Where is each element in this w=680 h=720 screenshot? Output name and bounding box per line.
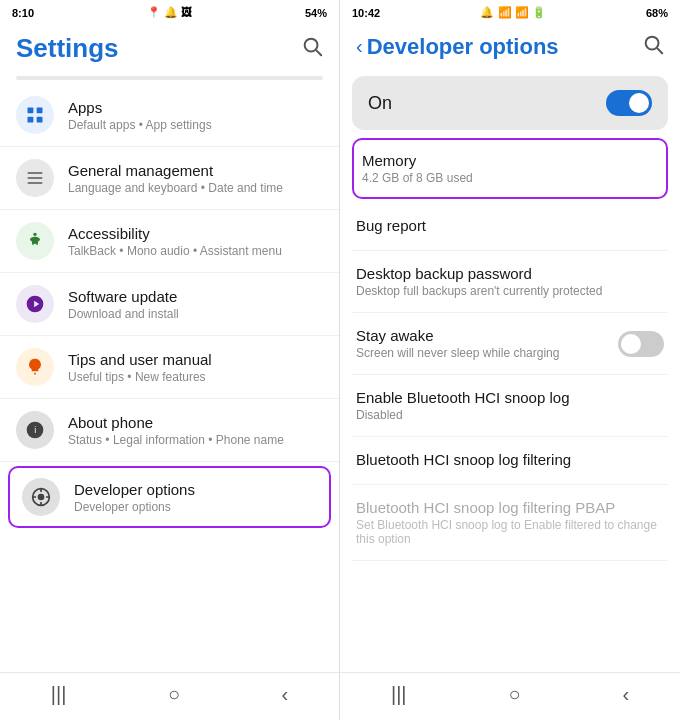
nav-recent-left[interactable]: ||| [51,683,67,706]
about-subtitle: Status • Legal information • Phone name [68,433,323,447]
dev-item-bt-hci-filtering[interactable]: Bluetooth HCI snoop log filtering [352,437,668,485]
search-icon-left[interactable] [301,35,323,62]
svg-line-1 [316,50,321,55]
backup-password-title: Desktop backup password [356,265,664,282]
status-icons-right: 🔔 📶 📶 🔋 [480,6,545,19]
nav-back-right[interactable]: ‹ [622,683,629,706]
nav-home-left[interactable]: ○ [168,683,180,706]
settings-title: Settings [16,33,119,64]
dev-item-stay-awake[interactable]: Stay awake Screen will never sleep while… [352,313,668,375]
svg-rect-8 [28,182,43,184]
stay-awake-title: Stay awake [356,327,559,344]
settings-item-tips[interactable]: Tips and user manual Useful tips • New f… [0,336,339,399]
svg-rect-5 [37,117,43,123]
settings-item-accessibility[interactable]: Accessibility TalkBack • Mono audio • As… [0,210,339,273]
nav-bar-right: ||| ○ ‹ [340,672,680,720]
stay-awake-subtitle: Screen will never sleep while charging [356,346,559,360]
dev-item-bt-hci[interactable]: Enable Bluetooth HCI snoop log Disabled [352,375,668,437]
dev-item-backup-password[interactable]: Desktop backup password Desktop full bac… [352,251,668,313]
bt-hci-filtering-title: Bluetooth HCI snoop log filtering [356,451,664,468]
bt-hci-title: Enable Bluetooth HCI snoop log [356,389,664,406]
svg-point-9 [33,233,36,236]
nav-recent-right[interactable]: ||| [391,683,407,706]
general-subtitle: Language and keyboard • Date and time [68,181,323,195]
developer-header-title: Developer options [367,34,642,60]
bt-hci-pbap-subtitle: Set Bluetooth HCI snoop log to Enable fi… [356,518,664,546]
nav-back-left[interactable]: ‹ [282,683,289,706]
on-toggle[interactable] [606,90,652,116]
software-title: Software update [68,288,323,305]
memory-subtitle: 4.2 GB of 8 GB used [362,171,658,185]
svg-text:i: i [34,425,36,435]
svg-line-15 [657,48,662,53]
accessibility-title: Accessibility [68,225,323,242]
nav-home-right[interactable]: ○ [508,683,520,706]
tips-title: Tips and user manual [68,351,323,368]
time-right: 10:42 [352,7,380,19]
svg-rect-4 [28,117,34,123]
software-subtitle: Download and install [68,307,323,321]
svg-point-13 [38,494,45,501]
dev-item-bt-hci-pbap: Bluetooth HCI snoop log filtering PBAP S… [352,485,668,561]
settings-item-developer[interactable]: Developer options Developer options [8,466,331,528]
about-icon: i [16,411,54,449]
accessibility-subtitle: TalkBack • Mono audio • Assistant menu [68,244,323,258]
bt-hci-subtitle: Disabled [356,408,664,422]
tips-icon [16,348,54,386]
memory-title: Memory [362,152,658,169]
dev-item-memory[interactable]: Memory 4.2 GB of 8 GB used [352,138,668,199]
svg-rect-6 [28,172,43,174]
backup-password-subtitle: Desktop full backups aren't currently pr… [356,284,664,298]
right-panel: 10:42 🔔 📶 📶 🔋 68% ‹ Developer options On… [340,0,680,720]
about-title: About phone [68,414,323,431]
search-icon-right[interactable] [642,33,664,60]
status-bar-left: 8:10 📍 🔔 🖼 54% [0,0,339,25]
settings-item-apps[interactable]: Apps Default apps • App settings [0,84,339,147]
settings-header: Settings [0,25,339,76]
developer-options-list: Memory 4.2 GB of 8 GB used Bug report De… [340,138,680,672]
general-title: General management [68,162,323,179]
settings-list: Apps Default apps • App settings General… [0,80,339,672]
settings-item-software[interactable]: Software update Download and install [0,273,339,336]
apps-title: Apps [68,99,323,116]
developer-icon [22,478,60,516]
developer-header: ‹ Developer options [340,25,680,72]
software-icon [16,285,54,323]
general-icon [16,159,54,197]
developer-subtitle: Developer options [74,500,317,514]
settings-item-general[interactable]: General management Language and keyboard… [0,147,339,210]
developer-title: Developer options [74,481,317,498]
on-toggle-row[interactable]: On [352,76,668,130]
bug-report-title: Bug report [356,217,664,234]
svg-rect-3 [37,108,43,114]
svg-rect-2 [28,108,34,114]
settings-item-about[interactable]: i About phone Status • Legal information… [0,399,339,462]
apps-subtitle: Default apps • App settings [68,118,323,132]
left-panel: 8:10 📍 🔔 🖼 54% Settings Apps Default app… [0,0,340,720]
nav-bar-left: ||| ○ ‹ [0,672,339,720]
battery-right: 68% [646,7,668,19]
accessibility-icon [16,222,54,260]
apps-icon [16,96,54,134]
back-button[interactable]: ‹ [356,35,363,58]
tips-subtitle: Useful tips • New features [68,370,323,384]
on-label: On [368,93,392,114]
stay-awake-toggle[interactable] [618,331,664,357]
status-bar-right: 10:42 🔔 📶 📶 🔋 68% [340,0,680,25]
svg-rect-7 [28,177,43,179]
dev-item-bug-report[interactable]: Bug report [352,203,668,251]
time-left: 8:10 [12,7,34,19]
battery-left: 54% [305,7,327,19]
status-icons-left: 📍 🔔 🖼 [147,6,192,19]
bt-hci-pbap-title: Bluetooth HCI snoop log filtering PBAP [356,499,664,516]
